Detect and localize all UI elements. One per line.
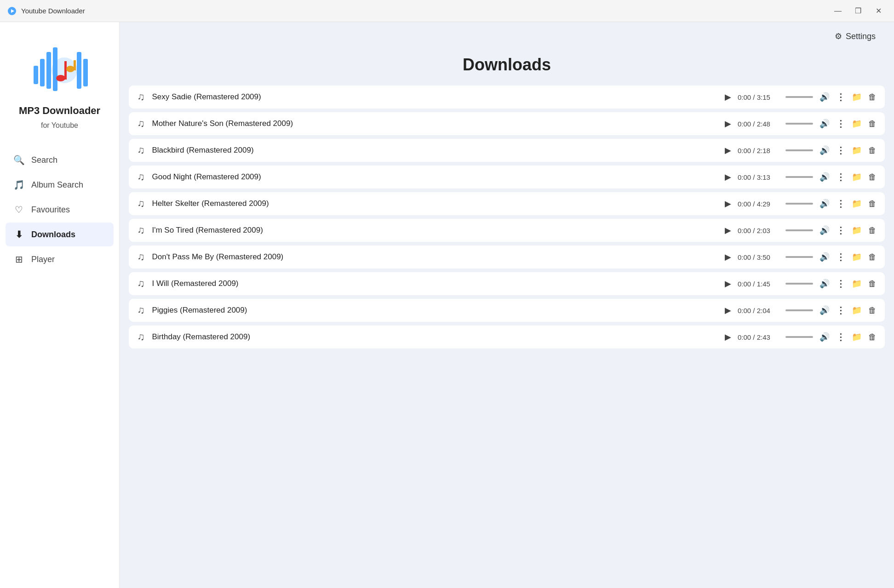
more-options-icon[interactable]: ⋮: [836, 118, 845, 129]
volume-icon[interactable]: 🔊: [820, 199, 830, 209]
play-button[interactable]: ▶: [725, 332, 731, 342]
delete-icon[interactable]: 🗑: [868, 92, 877, 102]
svg-rect-12: [83, 59, 88, 86]
track-time: 0:00 / 2:03: [738, 227, 779, 234]
volume-icon[interactable]: 🔊: [820, 119, 830, 129]
gear-icon: ⚙: [835, 31, 842, 41]
delete-icon[interactable]: 🗑: [868, 146, 877, 155]
folder-icon[interactable]: 📁: [852, 305, 862, 315]
play-button[interactable]: ▶: [725, 119, 731, 129]
folder-icon[interactable]: 📁: [852, 145, 862, 155]
more-options-icon[interactable]: ⋮: [836, 331, 845, 343]
sidebar-item-downloads[interactable]: ⬇ Downloads: [6, 223, 114, 246]
volume-icon[interactable]: 🔊: [820, 252, 830, 262]
play-button[interactable]: ▶: [725, 199, 731, 209]
play-button[interactable]: ▶: [725, 279, 731, 289]
play-button[interactable]: ▶: [725, 145, 731, 155]
title-bar-text: Youtube Downloader: [21, 7, 825, 15]
search-nav-icon: 🔍: [13, 154, 25, 166]
track-row: ♫ Helter Skelter (Remastered 2009) ▶ 0:0…: [129, 192, 885, 215]
page-title: Downloads: [120, 51, 894, 86]
music-note-icon: ♫: [137, 224, 145, 236]
volume-icon[interactable]: 🔊: [820, 92, 830, 102]
track-time: 0:00 / 2:43: [738, 333, 779, 341]
track-time: 0:00 / 2:04: [738, 307, 779, 314]
more-options-icon[interactable]: ⋮: [836, 305, 845, 316]
track-row: ♫ I'm So Tired (Remastered 2009) ▶ 0:00 …: [129, 219, 885, 242]
sidebar-item-label-favourites: Favourites: [31, 205, 70, 215]
volume-icon[interactable]: 🔊: [820, 145, 830, 155]
sidebar-item-search[interactable]: 🔍 Search: [6, 148, 114, 172]
music-note-icon: ♫: [137, 278, 145, 290]
folder-icon[interactable]: 📁: [852, 172, 862, 182]
svg-rect-10: [74, 60, 76, 70]
delete-icon[interactable]: 🗑: [868, 306, 877, 315]
more-options-icon[interactable]: ⋮: [836, 91, 845, 103]
more-options-icon[interactable]: ⋮: [836, 251, 845, 263]
volume-icon[interactable]: 🔊: [820, 172, 830, 182]
music-note-icon: ♫: [137, 91, 145, 103]
delete-icon[interactable]: 🗑: [868, 226, 877, 235]
track-row: ♫ Piggies (Remastered 2009) ▶ 0:00 / 2:0…: [129, 299, 885, 322]
sidebar-item-favourites[interactable]: ♡ Favourites: [6, 198, 114, 222]
track-controls: ▶ 0:00 / 4:29 🔊 ⋮ 📁 🗑: [725, 198, 877, 209]
play-button[interactable]: ▶: [725, 305, 731, 315]
title-bar-controls: — ❒ ✕: [830, 3, 887, 19]
track-controls: ▶ 0:00 / 2:04 🔊 ⋮ 📁 🗑: [725, 305, 877, 316]
play-button[interactable]: ▶: [725, 252, 731, 262]
delete-icon[interactable]: 🗑: [868, 252, 877, 262]
track-time: 0:00 / 4:29: [738, 200, 779, 208]
progress-bar: [785, 149, 813, 151]
delete-icon[interactable]: 🗑: [868, 279, 877, 289]
settings-button[interactable]: ⚙ Settings: [829, 29, 881, 44]
minimize-button[interactable]: —: [830, 3, 846, 19]
settings-label: Settings: [846, 32, 876, 41]
folder-icon[interactable]: 📁: [852, 279, 862, 289]
track-time: 0:00 / 3:15: [738, 93, 779, 101]
folder-icon[interactable]: 📁: [852, 199, 862, 209]
track-name: Blackbird (Remastered 2009): [152, 146, 718, 155]
more-options-icon[interactable]: ⋮: [836, 198, 845, 209]
sidebar-item-album-search[interactable]: 🎵 Album Search: [6, 173, 114, 197]
play-button[interactable]: ▶: [725, 172, 731, 182]
more-options-icon[interactable]: ⋮: [836, 171, 845, 183]
play-button[interactable]: ▶: [725, 92, 731, 102]
folder-icon[interactable]: 📁: [852, 332, 862, 342]
sidebar: MP3 Downloader for Youtube 🔍 Search 🎵 Al…: [0, 22, 120, 588]
app-logo: [30, 40, 90, 100]
folder-icon[interactable]: 📁: [852, 92, 862, 102]
track-controls: ▶ 0:00 / 3:13 🔊 ⋮ 📁 🗑: [725, 171, 877, 183]
track-controls: ▶ 0:00 / 3:50 🔊 ⋮ 📁 🗑: [725, 251, 877, 263]
track-controls: ▶ 0:00 / 3:15 🔊 ⋮ 📁 🗑: [725, 91, 877, 103]
album-search-nav-icon: 🎵: [13, 179, 25, 190]
folder-icon[interactable]: 📁: [852, 119, 862, 129]
music-note-icon: ♫: [137, 331, 145, 343]
delete-icon[interactable]: 🗑: [868, 332, 877, 342]
track-time: 0:00 / 3:50: [738, 253, 779, 261]
play-button[interactable]: ▶: [725, 225, 731, 235]
title-bar: Youtube Downloader — ❒ ✕: [0, 0, 894, 22]
sidebar-item-label-album-search: Album Search: [31, 180, 83, 190]
delete-icon[interactable]: 🗑: [868, 119, 877, 129]
more-options-icon[interactable]: ⋮: [836, 225, 845, 236]
maximize-button[interactable]: ❒: [850, 3, 866, 19]
svg-rect-4: [46, 52, 51, 89]
volume-icon[interactable]: 🔊: [820, 332, 830, 342]
progress-bar: [785, 96, 813, 98]
folder-icon[interactable]: 📁: [852, 225, 862, 235]
progress-bar: [785, 229, 813, 231]
track-time: 0:00 / 2:48: [738, 120, 779, 128]
app-body: MP3 Downloader for Youtube 🔍 Search 🎵 Al…: [0, 22, 894, 588]
app-subtitle: for Youtube: [41, 121, 78, 130]
sidebar-item-player[interactable]: ⊞ Player: [6, 247, 114, 271]
more-options-icon[interactable]: ⋮: [836, 145, 845, 156]
track-row: ♫ Mother Nature's Son (Remastered 2009) …: [129, 112, 885, 135]
volume-icon[interactable]: 🔊: [820, 279, 830, 289]
close-button[interactable]: ✕: [870, 3, 887, 19]
more-options-icon[interactable]: ⋮: [836, 278, 845, 289]
volume-icon[interactable]: 🔊: [820, 225, 830, 235]
folder-icon[interactable]: 📁: [852, 252, 862, 262]
volume-icon[interactable]: 🔊: [820, 305, 830, 315]
delete-icon[interactable]: 🗑: [868, 199, 877, 209]
delete-icon[interactable]: 🗑: [868, 172, 877, 182]
